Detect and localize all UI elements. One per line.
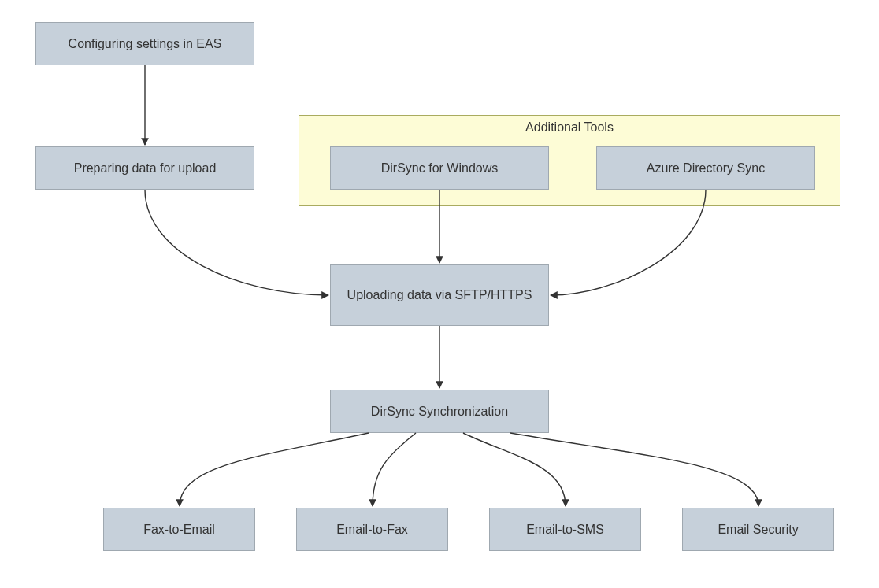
node-sync: DirSync Synchronization	[330, 390, 549, 433]
node-dirsync-windows: DirSync for Windows	[330, 146, 549, 190]
node-label: Email-to-SMS	[526, 521, 604, 538]
node-label: DirSync Synchronization	[371, 403, 508, 420]
node-upload: Uploading data via SFTP/HTTPS	[330, 264, 549, 326]
node-azure-sync: Azure Directory Sync	[596, 146, 815, 190]
node-email-to-fax: Email-to-Fax	[296, 508, 448, 551]
node-prepare: Preparing data for upload	[35, 146, 254, 190]
node-label: Uploading data via SFTP/HTTPS	[347, 287, 532, 304]
edge-sync-emailfax	[373, 433, 416, 506]
node-label: DirSync for Windows	[381, 160, 498, 177]
node-label: Preparing data for upload	[74, 160, 217, 177]
node-email-to-sms: Email-to-SMS	[489, 508, 641, 551]
node-label: Email Security	[718, 521, 798, 538]
flowchart-canvas: Additional Tools Configuring settings in…	[0, 0, 879, 588]
node-label: Email-to-Fax	[336, 521, 408, 538]
node-email-security: Email Security	[682, 508, 834, 551]
edge-sync-faxemail	[180, 433, 369, 506]
node-label: Fax-to-Email	[143, 521, 215, 538]
node-label: Azure Directory Sync	[647, 160, 765, 177]
edge-sync-emailsms	[463, 433, 566, 506]
group-title: Additional Tools	[299, 120, 840, 135]
node-label: Configuring settings in EAS	[69, 35, 222, 53]
node-fax-to-email: Fax-to-Email	[103, 508, 255, 551]
edge-sync-emailsec	[510, 433, 758, 506]
node-config: Configuring settings in EAS	[35, 22, 254, 65]
